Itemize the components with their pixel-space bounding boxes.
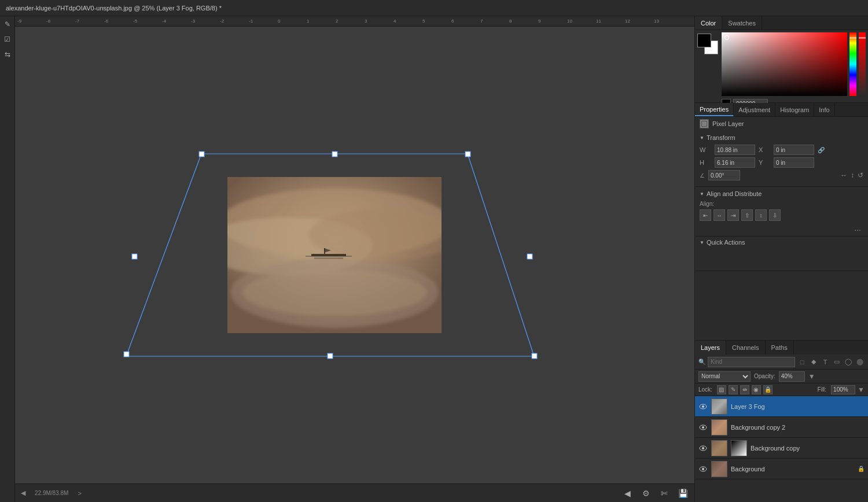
opacity-slider[interactable]	[859, 32, 866, 96]
blend-mode-select[interactable]: Normal Dissolve Multiply Screen Overlay	[698, 371, 751, 382]
opacity-dropdown-icon[interactable]: ▼	[808, 372, 815, 381]
settings-icon[interactable]: ⚙	[640, 488, 652, 499]
fill-input[interactable]	[831, 385, 855, 394]
layers-search-input[interactable]	[708, 357, 795, 367]
layer-visibility-toggle[interactable]	[698, 445, 708, 451]
canvas-viewport[interactable]	[15, 27, 694, 483]
layer-row[interactable]: Background copy	[695, 438, 868, 459]
svg-rect-27	[702, 121, 707, 126]
layers-lock-row: Lock: ▧ ✎ ⇎ ◉ 🔒 Fill: ▼	[695, 383, 868, 396]
align-top-icon[interactable]: ⇧	[741, 209, 753, 221]
fill-dropdown-icon[interactable]: ▼	[858, 386, 865, 394]
align-icons-row: ⇤ ↔ ⇥ ⇧ ↕ ⇩	[700, 209, 863, 221]
lock-all-btn[interactable]: 🔒	[763, 385, 773, 394]
eyedropper-tool-icon[interactable]: ☑	[2, 34, 13, 45]
x-input[interactable]	[774, 145, 814, 155]
swap-icon[interactable]: ⇆	[2, 49, 13, 60]
document-title: alexander-kluge-u7HTdpOIAV0-unsplash.jpg…	[6, 5, 222, 12]
constrain-proportions-icon[interactable]: 🔗	[818, 147, 825, 153]
pixel-layer-svg-icon	[700, 120, 708, 128]
hue-slider[interactable]	[849, 32, 856, 96]
layer-row[interactable]: Layer 3 Fog	[695, 396, 868, 417]
lock-position-btn[interactable]: ⇎	[740, 385, 749, 394]
flip-horizontal-icon[interactable]: ↔	[840, 171, 847, 179]
layer-name: Background copy 2	[731, 424, 865, 431]
transform-label: Transform	[707, 134, 735, 141]
search-icon: 🔍	[698, 359, 705, 365]
layer-row[interactable]: Background 🔒	[695, 459, 868, 479]
layers-panel: Layers Channels Paths 🔍 □ ◆ T ▭ ◯ ⬤	[695, 340, 868, 502]
svg-rect-10	[132, 254, 137, 259]
lock-pixels-btn[interactable]: ✎	[729, 385, 738, 394]
height-input[interactable]	[715, 157, 755, 168]
quick-actions-header[interactable]: ▼ Quick Actions	[700, 239, 863, 246]
filter-toggle-icon[interactable]: ⬤	[855, 357, 865, 367]
tab-info[interactable]: Info	[814, 103, 834, 116]
ruler-mark: 3	[365, 19, 367, 24]
ruler-mark: -7	[75, 19, 79, 24]
status-arrow-prev[interactable]: ◀	[21, 489, 25, 497]
canvas-image-wrapper	[227, 177, 442, 333]
layer-row[interactable]: Background copy 2	[695, 417, 868, 438]
align-center-h-icon[interactable]: ↔	[713, 209, 725, 221]
flip-vertical-icon[interactable]: ↕	[851, 171, 854, 179]
filter-pixel-icon[interactable]: □	[797, 357, 807, 367]
h-label: H	[700, 159, 711, 166]
save-small-icon[interactable]: 💾	[677, 488, 689, 499]
color-gradient-picker[interactable]	[722, 32, 847, 96]
layer-visibility-toggle[interactable]	[698, 466, 708, 472]
filter-smartobj-icon[interactable]: ◯	[844, 357, 853, 367]
align-more-icon[interactable]: ...	[852, 223, 863, 232]
reset-transform-icon[interactable]: ↺	[858, 171, 863, 179]
pixel-layer-row: Pixel Layer	[695, 117, 868, 131]
layers-search-bar: 🔍 □ ◆ T ▭ ◯ ⬤	[695, 355, 868, 370]
width-input[interactable]	[715, 145, 755, 155]
align-right-icon[interactable]: ⇥	[727, 209, 739, 221]
ruler-mark: 12	[625, 19, 630, 24]
filter-adjust-icon[interactable]: ◆	[809, 357, 818, 367]
tab-swatches[interactable]: Swatches	[722, 16, 762, 29]
filter-type-icon[interactable]: T	[821, 357, 830, 367]
filter-shape-icon[interactable]: ▭	[832, 357, 841, 367]
layer-thumbnail	[711, 440, 727, 456]
tab-paths[interactable]: Paths	[766, 341, 794, 355]
y-input[interactable]	[774, 157, 814, 168]
transform-header[interactable]: ▼ Transform	[700, 134, 863, 141]
layers-blend-row: Normal Dissolve Multiply Screen Overlay …	[695, 370, 868, 383]
layer-visibility-toggle[interactable]	[698, 404, 708, 409]
tab-adjustment[interactable]: Adjustment	[734, 103, 775, 116]
tab-histogram[interactable]: Histogram	[775, 103, 814, 116]
tab-channels[interactable]: Channels	[726, 341, 765, 355]
tab-properties[interactable]: Properties	[695, 103, 734, 116]
align-middle-v-icon[interactable]: ↕	[755, 209, 767, 221]
angle-row: ∠ ↔ ↕ ↺	[700, 170, 863, 180]
fg-bg-swatches[interactable]	[697, 34, 718, 54]
opacity-input[interactable]	[779, 371, 805, 382]
status-info: 22.9M/83.8M	[35, 490, 68, 496]
cut-icon[interactable]: ✄	[659, 488, 670, 499]
navigate-prev-icon[interactable]: ◀	[621, 488, 633, 499]
align-left-icon[interactable]: ⇤	[700, 209, 711, 221]
layer-visibility-toggle[interactable]	[698, 425, 708, 430]
tab-layers[interactable]: Layers	[695, 341, 726, 355]
svg-rect-6	[199, 152, 204, 157]
quick-actions-chevron-icon: ▼	[700, 240, 704, 245]
fg-swatch[interactable]	[697, 34, 711, 47]
transform-lines-svg	[112, 148, 546, 362]
ruler-x: -9 -8 -7 -6 -5 -4 -3 -2 -1 0 1 2 3 4 5 6…	[15, 16, 694, 27]
y-label: Y	[759, 159, 770, 166]
angle-input[interactable]	[708, 170, 740, 180]
svg-rect-12	[328, 353, 333, 359]
lock-artboard-btn[interactable]: ◉	[752, 385, 761, 394]
align-label: Align and Distribute	[707, 190, 762, 197]
brush-tool-icon[interactable]: ✎	[2, 19, 13, 30]
lock-transparent-btn[interactable]: ▧	[717, 385, 726, 394]
ruler-mark: 5	[422, 19, 425, 24]
status-arrow-next[interactable]: >	[78, 490, 81, 497]
align-header[interactable]: ▼ Align and Distribute	[700, 190, 863, 197]
align-bottom-icon[interactable]: ⇩	[769, 209, 781, 221]
svg-line-3	[468, 154, 534, 356]
ruler-mark: 1	[307, 19, 309, 24]
align-chevron-icon: ▼	[700, 191, 704, 197]
tab-color[interactable]: Color	[695, 16, 722, 29]
